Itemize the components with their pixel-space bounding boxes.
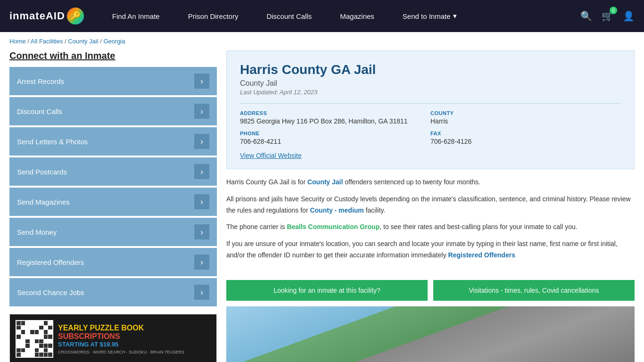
desc-para2: All prisons and jails have Security or C…: [226, 194, 635, 216]
nav-find-inmate[interactable]: Find An Inmate: [98, 0, 174, 32]
county-value: Harris: [430, 117, 621, 125]
view-website-link[interactable]: View Official Website: [240, 152, 302, 159]
sidebar-item-discount-calls[interactable]: Discount Calls ›: [9, 97, 217, 125]
breadcrumb-county-jail[interactable]: County Jail: [68, 38, 98, 45]
breadcrumb: Home / All Facilities / County Jail / Ge…: [0, 32, 644, 50]
breadcrumb-georgia[interactable]: Georgia: [103, 38, 125, 45]
facility-card: Harris County GA Jail County Jail Last U…: [226, 50, 635, 169]
arrow-icon: ›: [194, 285, 209, 300]
user-icon[interactable]: 👤: [623, 10, 635, 22]
sidebar-ad[interactable]: YEARLY PUZZLE BOOK SUBSCRIPTIONS STARTIN…: [9, 314, 217, 362]
sidebar-item-send-letters[interactable]: Send Letters & Photos ›: [9, 127, 217, 156]
phone-label: PHONE: [240, 131, 430, 136]
logo-text: inmateAID: [9, 10, 65, 22]
registered-offenders-link[interactable]: Registered Offenders: [448, 251, 515, 259]
desc-para4: If you are unsure of your inmate's locat…: [226, 239, 635, 261]
arrow-icon: ›: [194, 224, 209, 239]
content-area: Harris County GA Jail County Jail Last U…: [226, 50, 635, 362]
sidebar-item-send-money[interactable]: Send Money ›: [9, 218, 217, 246]
logo[interactable]: inmateAID 🔑: [9, 8, 84, 25]
sidebar: Connect with an Inmate Arrest Records › …: [9, 50, 217, 362]
aerial-image-inner: [226, 306, 635, 362]
county-label: COUNTY: [430, 110, 621, 116]
dropdown-arrow-icon: ▾: [453, 12, 457, 20]
fax-label: FAX: [430, 131, 621, 136]
breadcrumb-all-facilities[interactable]: All Facilities: [31, 38, 63, 45]
looking-for-inmate-button[interactable]: Looking for an inmate at this facility?: [226, 280, 428, 301]
ad-line3: STARTING AT $19.95: [58, 341, 184, 348]
address-label: ADDRESS: [240, 110, 430, 116]
nav-magazines[interactable]: Magazines: [326, 0, 388, 32]
fax-value: 706-628-4126: [430, 138, 621, 145]
phone-value: 706-628-4211: [240, 138, 430, 145]
ad-line1: YEARLY PUZZLE BOOK: [58, 323, 184, 332]
logo-icon: 🔑: [67, 8, 84, 25]
arrow-icon: ›: [194, 194, 209, 209]
facility-description: Harris County GA Jail is for County Jail…: [226, 177, 635, 272]
desc-para3: The phone carrier is Bealls Communicatio…: [226, 222, 635, 233]
fax-block: FAX 706-628-4126: [430, 131, 621, 145]
visitations-button[interactable]: Visitations - times, rules, Covid cancel…: [433, 280, 635, 301]
county-jail-link[interactable]: County Jail: [307, 178, 343, 186]
sidebar-title: Connect with an Inmate: [9, 50, 217, 61]
arrow-icon: ›: [194, 164, 209, 179]
county-medium-link[interactable]: County - medium: [310, 206, 363, 214]
phone-block: PHONE 706-628-4211: [240, 131, 430, 145]
arrow-icon: ›: [194, 134, 209, 149]
sidebar-item-send-magazines[interactable]: Send Magazines ›: [9, 188, 217, 216]
facility-updated: Last Updated: April 12, 2023: [240, 89, 621, 96]
phone-carrier-link[interactable]: Bealls Communication Group: [287, 223, 380, 230]
address-block: ADDRESS 9825 Georgia Hwy 116 PO Box 286,…: [240, 110, 430, 125]
arrow-icon: ›: [194, 255, 209, 270]
main-nav: Find An Inmate Prison Directory Discount…: [98, 0, 580, 32]
sidebar-item-registered-offenders[interactable]: Registered Offenders ›: [9, 248, 217, 276]
facility-name: Harris County GA Jail: [240, 62, 621, 77]
sidebar-item-send-postcards[interactable]: Send Postcards ›: [9, 157, 217, 186]
arrow-icon: ›: [194, 104, 209, 119]
county-block: COUNTY Harris: [430, 110, 621, 125]
aerial-image: [226, 306, 635, 362]
arrow-icon: ›: [194, 74, 209, 89]
header-icons: 🔍 🛒 0 👤: [580, 10, 635, 22]
address-value: 9825 Georgia Hwy 116 PO Box 286, Hamilto…: [240, 117, 430, 125]
search-icon[interactable]: 🔍: [580, 10, 592, 22]
nav-prison-directory[interactable]: Prison Directory: [174, 0, 253, 32]
main-container: Connect with an Inmate Arrest Records › …: [0, 50, 644, 362]
cart-icon[interactable]: 🛒 0: [602, 10, 613, 22]
sidebar-item-second-chance-jobs[interactable]: Second Chance Jobs ›: [9, 278, 217, 306]
breadcrumb-home[interactable]: Home: [9, 38, 26, 45]
cart-badge: 0: [610, 7, 617, 14]
nav-discount-calls[interactable]: Discount Calls: [252, 0, 326, 32]
facility-info-grid: ADDRESS 9825 Georgia Hwy 116 PO Box 286,…: [240, 103, 621, 145]
header: inmateAID 🔑 Find An Inmate Prison Direct…: [0, 0, 644, 32]
ad-line2: SUBSCRIPTIONS: [58, 332, 184, 341]
sidebar-menu: Arrest Records › Discount Calls › Send L…: [9, 67, 217, 306]
facility-type: County Jail: [240, 79, 621, 88]
ad-line4: CROSSWORDS · WORD SEARCH · SUDOKU · BRAI…: [58, 350, 184, 354]
action-buttons: Looking for an inmate at this facility? …: [226, 280, 635, 301]
desc-para1: Harris County GA Jail is for County Jail…: [226, 177, 635, 188]
nav-send-to-inmate[interactable]: Send to Inmate ▾: [388, 0, 471, 32]
sidebar-item-arrest-records[interactable]: Arrest Records ›: [9, 67, 217, 95]
